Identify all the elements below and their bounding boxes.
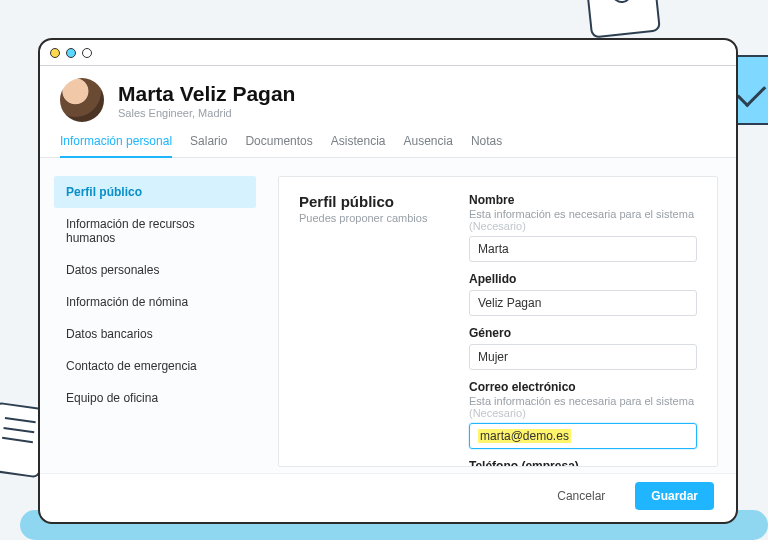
traffic-light-white[interactable]: [82, 48, 92, 58]
save-button[interactable]: Guardar: [635, 482, 714, 510]
decor-note-top: [585, 0, 661, 38]
avatar: [60, 78, 104, 122]
window-titlebar: [40, 40, 736, 66]
tab-salario[interactable]: Salario: [190, 134, 227, 157]
panel-title: Perfil público: [299, 193, 429, 210]
app-window: Marta Veliz Pagan Sales Engineer, Madrid…: [38, 38, 738, 524]
tab-info-personal[interactable]: Información personal: [60, 134, 172, 158]
profile-header: Marta Veliz Pagan Sales Engineer, Madrid: [40, 66, 736, 128]
content-body: Perfil público Información de recursos h…: [40, 158, 736, 473]
hint-correo: Esta información es necesaria para el si…: [469, 395, 697, 419]
sidebar-item-datos-personales[interactable]: Datos personales: [54, 254, 256, 286]
sidebar-item-emergencia[interactable]: Contacto de emergencia: [54, 350, 256, 382]
hint-nombre: Esta información es necesaria para el si…: [469, 208, 697, 232]
footer: Cancelar Guardar: [40, 473, 736, 522]
field-genero: Género Mujer: [469, 326, 697, 370]
sidebar-item-nomina[interactable]: Información de nómina: [54, 286, 256, 318]
label-genero: Género: [469, 326, 697, 340]
tabs: Información personal Salario Documentos …: [40, 128, 736, 158]
form-panel: Perfil público Puedes proponer cambios N…: [278, 176, 718, 467]
label-correo: Correo electrónico: [469, 380, 697, 394]
profile-name: Marta Veliz Pagan: [118, 82, 295, 106]
sidebar-item-bancarios[interactable]: Datos bancarios: [54, 318, 256, 350]
sidebar-item-equipo[interactable]: Equipo de oficina: [54, 382, 256, 414]
field-apellido: Apellido Veliz Pagan: [469, 272, 697, 316]
sidebar-item-rrhh[interactable]: Información de recursos humanos: [54, 208, 256, 254]
label-nombre: Nombre: [469, 193, 697, 207]
field-nombre: Nombre Esta información es necesaria par…: [469, 193, 697, 262]
input-correo[interactable]: marta@demo.es: [469, 423, 697, 449]
input-apellido[interactable]: Veliz Pagan: [469, 290, 697, 316]
panel-subtitle: Puedes proponer cambios: [299, 212, 429, 224]
tab-ausencia[interactable]: Ausencia: [404, 134, 453, 157]
tab-documentos[interactable]: Documentos: [245, 134, 312, 157]
tab-notas[interactable]: Notas: [471, 134, 502, 157]
label-telefono: Teléfono (empresa): [469, 459, 697, 467]
sidebar: Perfil público Información de recursos h…: [40, 158, 270, 473]
sidebar-item-perfil-publico[interactable]: Perfil público: [54, 176, 256, 208]
input-correo-value: marta@demo.es: [478, 429, 571, 443]
traffic-light-yellow[interactable]: [50, 48, 60, 58]
cancel-button[interactable]: Cancelar: [541, 482, 621, 510]
input-genero[interactable]: Mujer: [469, 344, 697, 370]
profile-role: Sales Engineer, Madrid: [118, 107, 295, 119]
input-nombre[interactable]: Marta: [469, 236, 697, 262]
field-correo: Correo electrónico Esta información es n…: [469, 380, 697, 449]
tab-asistencia[interactable]: Asistencia: [331, 134, 386, 157]
field-telefono: Teléfono (empresa) 910607227: [469, 459, 697, 467]
traffic-light-blue[interactable]: [66, 48, 76, 58]
label-apellido: Apellido: [469, 272, 697, 286]
